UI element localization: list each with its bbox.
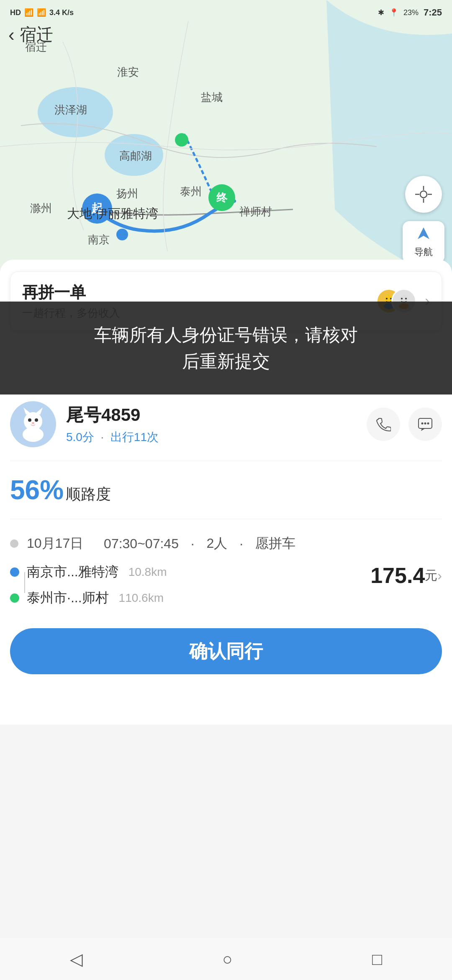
trip-datetime: 10月17日 07:30~07:45 · 2人 · 愿拼车: [10, 534, 442, 553]
svg-point-11: [386, 298, 388, 299]
location-button[interactable]: [405, 176, 442, 213]
route-rows: 南京市...雅特湾 10.8km 泰州市·...师村 110.6km 175.4…: [10, 563, 442, 607]
end-marker: 终: [208, 184, 235, 211]
svg-point-23: [35, 418, 38, 422]
price-block[interactable]: 175.4 元 ›: [370, 563, 442, 588]
svg-point-28: [427, 423, 429, 425]
map-label-chanshicun: 禅师村: [239, 204, 272, 219]
wifi-icon: 📶: [37, 8, 46, 17]
percent-value: 56%: [10, 475, 64, 505]
speed-text: 3.4 K/s: [49, 8, 74, 17]
map-label-chuzhou: 滁州: [30, 201, 52, 216]
confirm-button[interactable]: 确认同行: [10, 628, 442, 674]
route-to-dist: 110.6km: [119, 591, 164, 605]
battery-text: 23%: [403, 8, 419, 17]
route-connector: [24, 572, 25, 593]
navigate-icon: [416, 226, 431, 244]
map-label-yangzhou: 扬州: [116, 186, 138, 201]
call-button[interactable]: [367, 407, 400, 441]
navigate-button[interactable]: 导航: [403, 221, 444, 263]
waypoint-marker: [175, 133, 188, 147]
carpool-title: 再拼一单: [22, 282, 120, 303]
route-to-name: 泰州市·...师村: [27, 589, 109, 607]
route-from-dist: 10.8km: [128, 565, 167, 579]
nav-recent-button[interactable]: □: [372, 950, 382, 969]
status-right: ✱ 📍 23% 7:25: [378, 7, 442, 18]
price-value: 175.4: [370, 563, 425, 588]
trip-time-range: 07:30~07:45: [104, 536, 179, 552]
trip-carpool-type: 愿拼车: [255, 534, 295, 553]
svg-point-26: [421, 423, 424, 425]
location-icon: 📍: [389, 8, 398, 17]
divider-2: [10, 519, 442, 519]
route-to: 泰州市·...师村 110.6km: [10, 589, 442, 607]
carrier-icon: HD: [10, 8, 21, 17]
driver-avatar: [10, 401, 56, 447]
toast-text: 车辆所有人身份证号错误，请核对后重新提交: [25, 322, 427, 374]
driver-rating: 5.0分 · 出行11次: [66, 429, 357, 445]
svg-point-22: [28, 418, 31, 422]
time-text: 7:25: [424, 7, 442, 18]
price-unit: 元: [425, 567, 437, 584]
route-dot-end: [10, 593, 19, 603]
map-label-huaian: 淮安: [117, 65, 139, 80]
route-dot-start: [10, 567, 19, 577]
map-label-yancheng: 盐城: [201, 90, 223, 105]
trip-details: 10月17日 07:30~07:45 · 2人 · 愿拼车: [10, 534, 442, 553]
price-arrow: ›: [437, 568, 442, 583]
svg-point-24: [32, 422, 34, 424]
percent-label: 顺路度: [66, 485, 111, 503]
driver-actions: [367, 407, 442, 441]
route-label: 大地·伊丽雅特湾: [67, 205, 158, 222]
navigate-label: 导航: [414, 246, 433, 258]
map-area: ‹ 宿迁 宿迁 淮安 盐城 洪泽湖 高邮湖 扬州 泰州 滁州 南京 禅师村 起 …: [0, 0, 452, 285]
message-button[interactable]: [408, 407, 442, 441]
nav-home-button[interactable]: ○: [222, 950, 232, 969]
driver-info: 尾号4859 5.0分 · 出行11次: [66, 403, 357, 445]
city-name: 宿迁: [20, 23, 53, 46]
map-header: ‹ 宿迁: [8, 23, 53, 46]
driver-section: 尾号4859 5.0分 · 出行11次: [10, 401, 442, 447]
route-percent: 56% 顺路度: [10, 475, 442, 505]
divider-1: [10, 461, 442, 461]
back-button[interactable]: ‹: [8, 26, 15, 44]
map-label-hongzehu: 洪泽湖: [54, 103, 87, 117]
svg-point-15: [401, 298, 403, 299]
confirm-button-label: 确认同行: [189, 639, 263, 664]
signal-icon: 📶: [24, 8, 33, 17]
toast-overlay: 车辆所有人身份证号错误，请核对后重新提交: [0, 302, 452, 395]
trip-dot-gray: [10, 539, 18, 548]
svg-marker-8: [418, 227, 429, 239]
nav-back-button[interactable]: ◁: [70, 949, 83, 969]
bottom-nav: ◁ ○ □: [0, 938, 452, 980]
map-label-gaoyouhu: 高邮湖: [119, 149, 152, 163]
trip-date: 10月17日: [27, 534, 83, 553]
svg-point-27: [424, 423, 426, 425]
svg-rect-19: [23, 427, 44, 442]
trip-passengers: 2人: [207, 534, 228, 553]
map-label-nanjing: 南京: [88, 232, 110, 247]
svg-point-16: [405, 298, 407, 299]
position-marker: [116, 229, 128, 240]
status-bar: HD 📶 📶 3.4 K/s ✱ 📍 23% 7:25: [0, 0, 452, 25]
status-left: HD 📶 📶 3.4 K/s: [10, 8, 74, 17]
bluetooth-icon: ✱: [378, 8, 384, 17]
driver-plate: 尾号4859: [66, 403, 357, 427]
route-from-name: 南京市...雅特湾: [27, 563, 118, 581]
svg-point-3: [420, 191, 427, 198]
map-label-taizhou: 泰州: [180, 184, 202, 199]
